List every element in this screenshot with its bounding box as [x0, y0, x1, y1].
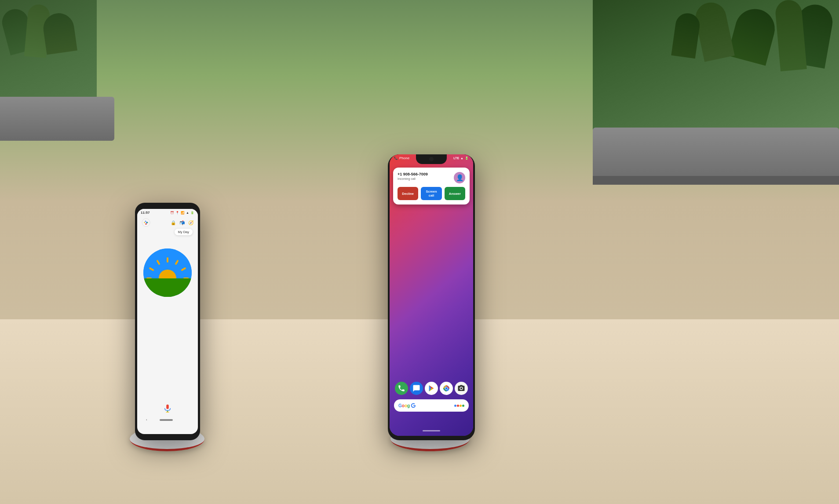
google-search-bar[interactable]: Goog — [394, 399, 469, 412]
alarm-icon: ⏰ — [170, 211, 174, 215]
phone-left-screen: 11:57 ⏰ 📍 📶 ▲ 🔋 — [137, 209, 198, 434]
caller-avatar: 👤 — [454, 172, 465, 183]
call-header: +1 908-566-7009 Incoming call 👤 — [398, 172, 465, 183]
phone-left-status-bar: 11:57 ⏰ 📍 📶 ▲ 🔋 — [137, 209, 198, 215]
svg-rect-15 — [166, 405, 169, 409]
lock-icon: 🔒 — [171, 220, 176, 225]
phone-notch — [416, 154, 447, 164]
incoming-call-card: +1 908-566-7009 Incoming call 👤 Decline … — [393, 168, 470, 205]
battery-right-icon: 🔋 — [465, 157, 469, 160]
phone-left-top-icons: 🔒 📬 🧭 — [137, 215, 198, 229]
dock-icons-row — [394, 382, 469, 395]
bottom-area: ‹ — [137, 400, 198, 424]
svg-rect-14 — [143, 278, 192, 297]
svg-point-3 — [147, 222, 148, 223]
svg-point-24 — [445, 387, 448, 390]
call-info: +1 908-566-7009 Incoming call — [398, 172, 428, 180]
dock-messages-icon[interactable] — [410, 382, 423, 395]
back-arrow-icon[interactable]: ‹ — [146, 418, 147, 422]
avatar-icon: 👤 — [456, 174, 463, 181]
svg-point-1 — [145, 223, 146, 225]
status-left: 📞 Phone — [394, 156, 409, 160]
decline-button[interactable]: Decline — [398, 187, 418, 200]
inbox-icon: 📬 — [179, 220, 185, 225]
phone-app-icon: 📞 — [394, 157, 398, 160]
signal-icon: ▲ — [186, 211, 189, 214]
quick-icons: 🔒 📬 🧭 — [171, 220, 193, 225]
dock-chrome-icon[interactable] — [440, 382, 453, 395]
compass-icon: 🧭 — [188, 220, 193, 225]
app-dock: Goog — [390, 382, 473, 412]
home-pill-right[interactable] — [423, 430, 440, 431]
phone-left-time: 11:57 — [141, 211, 150, 215]
call-action-buttons[interactable]: Decline Screen call Answer — [398, 187, 465, 200]
svg-rect-17 — [166, 412, 169, 412]
dock-phone-icon[interactable] — [395, 382, 408, 395]
background-scene: 11:57 ⏰ 📍 📶 ▲ 🔋 — [0, 0, 839, 504]
my-day-bubble[interactable]: My Day — [175, 229, 193, 235]
mic-button[interactable] — [137, 400, 198, 416]
google-g-logo — [410, 402, 417, 409]
wifi-icon: 📶 — [181, 211, 185, 215]
svg-point-2 — [144, 222, 145, 223]
battery-icon: 🔋 — [190, 211, 194, 215]
location-icon: 📍 — [175, 211, 179, 215]
status-icons: ⏰ 📍 📶 ▲ 🔋 — [170, 211, 194, 215]
sunrise-svg — [143, 248, 192, 297]
dock-camera-icon[interactable] — [455, 382, 468, 395]
google-logo: Goog — [398, 403, 410, 408]
assistant-icon[interactable] — [454, 405, 464, 407]
phone-app-name: Phone — [399, 156, 409, 160]
caller-number: +1 908-566-7009 — [398, 172, 428, 177]
lte-label: LTE — [453, 157, 459, 160]
sunrise-illustration — [137, 248, 198, 297]
status-right: LTE ▲ 🔋 — [453, 157, 469, 160]
dock-play-store-icon[interactable] — [425, 382, 438, 395]
signal-bars-icon: ▲ — [460, 157, 463, 160]
phone-left: 11:57 ⏰ 📍 📶 ▲ 🔋 — [135, 203, 200, 440]
call-status: Incoming call — [398, 177, 428, 180]
home-pill[interactable] — [160, 419, 173, 421]
google-assistant-icon[interactable] — [142, 218, 150, 227]
navigation-bar: ‹ — [137, 416, 198, 424]
my-day-container: My Day — [137, 229, 198, 235]
answer-button[interactable]: Answer — [445, 187, 465, 200]
microphone-icon — [163, 404, 172, 413]
phone-right: 📞 Phone LTE ▲ 🔋 +1 908-566-7009 Incoming… — [388, 154, 475, 440]
planter-left — [0, 97, 114, 141]
svg-rect-7 — [167, 257, 168, 263]
plant-right — [593, 0, 839, 185]
front-camera — [429, 157, 434, 161]
phone-right-screen: 📞 Phone LTE ▲ 🔋 +1 908-566-7009 Incoming… — [390, 154, 473, 436]
screen-call-button[interactable]: Screen call — [421, 187, 441, 200]
